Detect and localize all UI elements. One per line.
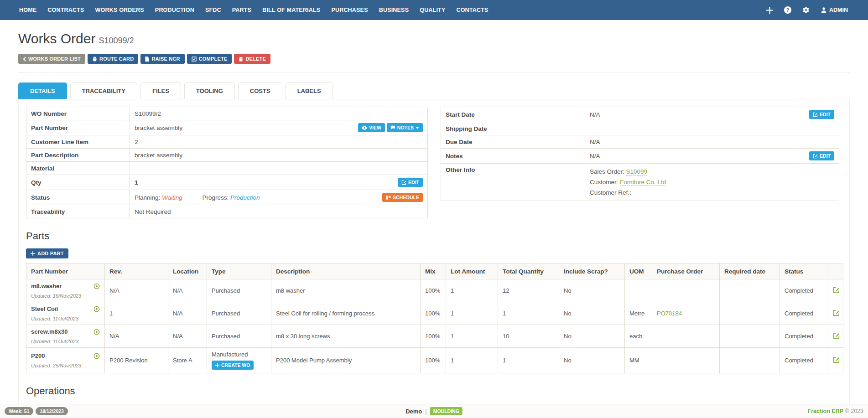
tab-details[interactable]: DETAILS — [18, 83, 67, 99]
cell-location: N/A — [168, 302, 207, 325]
col-status: Status — [780, 263, 828, 279]
nav-item-home[interactable]: HOME — [19, 7, 42, 13]
col-location: Location — [168, 263, 207, 279]
nav-item-contacts[interactable]: CONTACTS — [451, 7, 494, 13]
col-type: Type — [207, 263, 271, 279]
status-label: Status — [26, 190, 130, 205]
due-date-value: N/A — [585, 135, 839, 149]
edit-part-icon[interactable] — [833, 287, 840, 294]
tab-labels[interactable]: LABELS — [286, 83, 333, 99]
schedule-button[interactable]: SCHEDULE — [382, 193, 423, 202]
edit-start-date-button[interactable]: EDIT — [809, 110, 834, 119]
part-row: P200 Updated: 25/Nov/2023 P200 Revision … — [26, 348, 843, 373]
wo-number-value: S10099/2 — [130, 107, 428, 120]
edit-pencil-icon — [813, 112, 818, 117]
col-rev: Rev. — [105, 263, 168, 279]
nav-item-sfdc[interactable]: SFDC — [200, 7, 227, 13]
eye-icon[interactable] — [94, 329, 100, 335]
detail-tables: WO Number S10099/2 Part Number bracket a… — [26, 107, 842, 218]
tab-costs[interactable]: COSTS — [238, 83, 282, 99]
nav-utilities: ? ADMIN — [766, 6, 848, 14]
part-number-label: Part Number — [26, 120, 130, 135]
week-badge: Week: 51 — [5, 407, 33, 415]
cell-required-date — [720, 325, 780, 348]
caret-down-icon — [416, 127, 419, 129]
cell-mix: 100% — [421, 302, 446, 325]
nav-item-quality[interactable]: QUALITY — [414, 7, 451, 13]
col-uom: UOM — [625, 263, 652, 279]
nav-item-bill-of-materials[interactable]: BILL OF MATERIALS — [257, 7, 326, 13]
site-badge: MOULDING — [430, 407, 463, 415]
edit-notes-button[interactable]: EDIT — [809, 151, 834, 160]
table-row: Customer Line Item 2 — [26, 135, 428, 149]
table-row: Status Planning: Waiting Progress: Produ… — [26, 190, 428, 205]
cell-rev: 1 — [105, 302, 168, 325]
tab-files[interactable]: FILES — [140, 83, 181, 99]
table-row: Start Date N/A EDIT — [441, 107, 839, 122]
progress-status-badge: Production — [230, 194, 260, 201]
edit-qty-button[interactable]: EDIT — [398, 178, 423, 187]
edit-part-icon[interactable] — [833, 356, 840, 363]
cell-uom: MM — [625, 348, 652, 373]
nav-item-business[interactable]: BUSINESS — [374, 7, 415, 13]
printer-icon — [92, 57, 97, 62]
cell-include-scrap: No — [559, 325, 625, 348]
edit-part-icon[interactable] — [833, 332, 840, 339]
header-divider — [18, 72, 850, 72]
delete-button[interactable]: DELETE — [234, 54, 270, 64]
chat-bubble-icon — [390, 125, 395, 130]
plus-icon[interactable] — [766, 7, 773, 14]
col-total-quantity: Total Quantity — [498, 263, 559, 279]
col-include-scrap: Include Scrap? — [559, 263, 625, 279]
gear-icon[interactable] — [802, 6, 810, 14]
view-part-button[interactable]: VIEW — [358, 123, 385, 132]
cell-total-quantity: 1 — [498, 302, 559, 325]
user-menu[interactable]: ADMIN — [821, 7, 848, 13]
nav-item-production[interactable]: PRODUCTION — [150, 7, 200, 13]
cell-total-quantity: 1 — [498, 348, 559, 373]
col-required-date: Required date — [720, 263, 780, 279]
part-updated: Updated: 11/Jul/2023 — [31, 339, 100, 344]
sales-order-link[interactable]: S10099 — [626, 168, 648, 175]
add-part-button[interactable]: ADD PART — [26, 248, 68, 258]
eye-icon[interactable] — [94, 283, 100, 289]
notes-dropdown-button[interactable]: NOTES — [387, 123, 423, 132]
help-icon[interactable]: ? — [784, 6, 791, 14]
page-title-text: Works Order — [18, 31, 95, 46]
notes-label: Notes — [441, 149, 585, 164]
shipping-date-value — [585, 122, 839, 135]
material-label: Material — [26, 162, 130, 175]
cell-description: P200 Model Pump Assembly — [271, 348, 421, 373]
tab-traceability[interactable]: TRACEABILITY — [70, 83, 137, 99]
cell-required-date — [720, 279, 780, 302]
works-order-list-button[interactable]: WORKS ORDER LIST — [18, 54, 85, 64]
wo-number-subtitle: S10099/2 — [99, 36, 134, 45]
col-description: Description — [271, 263, 421, 279]
complete-button[interactable]: COMPLETE — [187, 54, 232, 64]
nav-item-contracts[interactable]: CONTRACTS — [42, 7, 89, 13]
cell-rev: P200 Revision — [105, 348, 168, 373]
copyright-text: Fraction ERP © 2023 — [808, 408, 863, 414]
create-wo-button[interactable]: CREATE WO — [212, 361, 254, 370]
cell-type: Manufactured — [212, 351, 266, 358]
details-tab-panel: WO Number S10099/2 Part Number bracket a… — [18, 99, 850, 418]
purchase-order-link[interactable]: PO70184 — [657, 310, 682, 317]
eye-icon[interactable] — [94, 353, 100, 359]
col-purchase-order: Purchase Order — [652, 263, 720, 279]
parts-header-row: Part Number Rev. Location Type Descripti… — [26, 263, 843, 279]
nav-item-parts[interactable]: PARTS — [227, 7, 257, 13]
tab-tooling[interactable]: TOOLING — [184, 83, 235, 99]
nav-item-works-orders[interactable]: WORKS ORDERS — [90, 7, 150, 13]
table-row: Qty 1 EDIT — [26, 175, 428, 190]
eye-icon[interactable] — [94, 306, 100, 312]
route-card-button[interactable]: ROUTE CARD — [88, 54, 138, 64]
tab-bar: DETAILS TRACEABILITY FILES TOOLING COSTS… — [18, 83, 850, 99]
footer-bar: Week: 51 18/12/2023 Demo | MOULDING Frac… — [0, 404, 868, 418]
cell-type: Purchased — [207, 279, 271, 302]
table-row: Shipping Date — [441, 122, 839, 135]
raise-ncr-button[interactable]: RAISE NCR — [140, 54, 184, 64]
customer-link[interactable]: Furniture Co. Ltd — [620, 179, 666, 186]
check-square-icon — [192, 57, 197, 62]
nav-item-purchases[interactable]: PURCHASES — [326, 7, 373, 13]
edit-part-icon[interactable] — [833, 310, 840, 316]
